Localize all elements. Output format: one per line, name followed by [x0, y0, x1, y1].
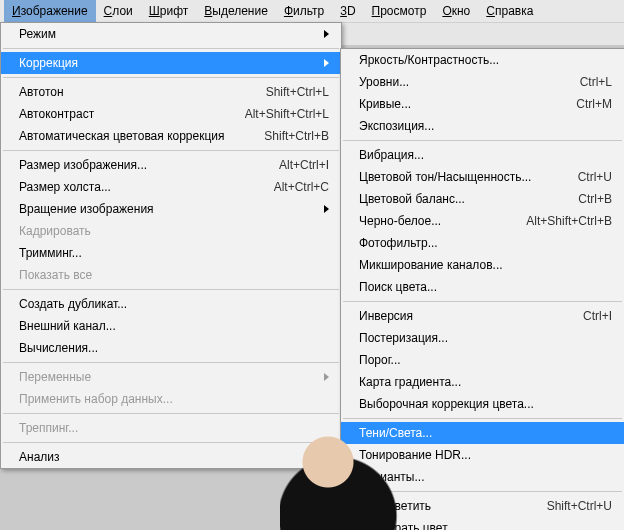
menu-item-shortcut: Shift+Ctrl+B [264, 129, 329, 143]
separator [3, 150, 339, 151]
image-menu-dropdown: РежимКоррекцияАвтотонShift+Ctrl+LАвтокон… [0, 22, 342, 469]
menu-label: Изображение [12, 4, 88, 18]
separator [343, 418, 622, 419]
menu-item-shortcut: Ctrl+I [583, 309, 612, 323]
menu-3d[interactable]: 3D [332, 0, 363, 22]
menu-справка[interactable]: Справка [478, 0, 541, 22]
adjustments-item-11[interactable]: Поиск цвета... [341, 276, 624, 298]
menu-item-shortcut: Alt+Shift+Ctrl+B [526, 214, 612, 228]
adjustments-item-16[interactable]: Карта градиента... [341, 371, 624, 393]
menu-item-label: Вибрация... [359, 148, 612, 162]
adjustments-item-17[interactable]: Выборочная коррекция цвета... [341, 393, 624, 415]
separator [343, 140, 622, 141]
menu-item-label: Переменные [19, 370, 316, 384]
image-menu-item-12[interactable]: Тримминг... [1, 242, 341, 264]
menu-item-label: Микширование каналов... [359, 258, 612, 272]
menu-изображение[interactable]: Изображение [4, 0, 96, 22]
menu-item-label: Цветовой баланс... [359, 192, 578, 206]
menu-слои[interactable]: Слои [96, 0, 141, 22]
menu-label: Выделение [204, 4, 268, 18]
menu-item-label: Поиск цвета... [359, 280, 612, 294]
adjustments-item-8[interactable]: Черно-белое...Alt+Shift+Ctrl+B [341, 210, 624, 232]
menu-item-shortcut: Ctrl+L [580, 75, 612, 89]
menu-item-shortcut: Shift+Ctrl+U [547, 499, 612, 513]
image-menu-item-15[interactable]: Создать дубликат... [1, 293, 341, 315]
image-menu-item-9[interactable]: Размер холста...Alt+Ctrl+C [1, 176, 341, 198]
menu-item-label: Вычисления... [19, 341, 329, 355]
separator [3, 77, 339, 78]
menu-item-shortcut: Ctrl+B [578, 192, 612, 206]
adjustments-item-2[interactable]: Кривые...Ctrl+M [341, 93, 624, 115]
menu-item-label: Вращение изображения [19, 202, 316, 216]
adjustments-item-9[interactable]: Фотофильтр... [341, 232, 624, 254]
menu-item-label: Карта градиента... [359, 375, 612, 389]
menu-выделение[interactable]: Выделение [196, 0, 276, 22]
adjustments-item-5[interactable]: Вибрация... [341, 144, 624, 166]
image-menu-item-6[interactable]: Автоматическая цветовая коррекцияShift+C… [1, 125, 341, 147]
adjustments-item-15[interactable]: Порог... [341, 349, 624, 371]
menu-item-label: Внешний канал... [19, 319, 329, 333]
menu-label: Окно [442, 4, 470, 18]
image-menu-item-2[interactable]: Коррекция [1, 52, 341, 74]
adjustments-item-7[interactable]: Цветовой баланс...Ctrl+B [341, 188, 624, 210]
adjustments-item-6[interactable]: Цветовой тон/Насыщенность...Ctrl+U [341, 166, 624, 188]
menu-фильтр[interactable]: Фильтр [276, 0, 332, 22]
image-menu-item-5[interactable]: АвтоконтрастAlt+Shift+Ctrl+L [1, 103, 341, 125]
menu-item-shortcut: Shift+Ctrl+L [266, 85, 329, 99]
menu-item-shortcut: Alt+Shift+Ctrl+L [245, 107, 329, 121]
image-menu-item-4[interactable]: АвтотонShift+Ctrl+L [1, 81, 341, 103]
menu-шрифт[interactable]: Шрифт [141, 0, 196, 22]
image-menu-item-19: Переменные [1, 366, 341, 388]
adjustments-item-3[interactable]: Экспозиция... [341, 115, 624, 137]
menu-просмотр[interactable]: Просмотр [364, 0, 435, 22]
menu-label: Просмотр [372, 4, 427, 18]
image-menu-item-16[interactable]: Внешний канал... [1, 315, 341, 337]
menu-item-label: Создать дубликат... [19, 297, 329, 311]
menu-item-label: Размер изображения... [19, 158, 279, 172]
image-menu-item-17[interactable]: Вычисления... [1, 337, 341, 359]
menu-item-label: Размер холста... [19, 180, 274, 194]
menu-item-label: Цветовой тон/Насыщенность... [359, 170, 578, 184]
menu-label: Фильтр [284, 4, 324, 18]
menu-label: 3D [340, 4, 355, 18]
menu-item-label: Яркость/Контрастность... [359, 53, 612, 67]
adjustments-item-0[interactable]: Яркость/Контрастность... [341, 49, 624, 71]
adjustments-item-10[interactable]: Микширование каналов... [341, 254, 624, 276]
image-menu-item-0[interactable]: Режим [1, 23, 341, 45]
menu-item-shortcut: Ctrl+M [576, 97, 612, 111]
separator [3, 48, 339, 49]
menu-окно[interactable]: Окно [434, 0, 478, 22]
menu-item-shortcut: Alt+Ctrl+I [279, 158, 329, 172]
menu-item-label: Коррекция [19, 56, 316, 70]
separator [3, 413, 339, 414]
menu-item-shortcut: Ctrl+U [578, 170, 612, 184]
image-menu-item-13: Показать все [1, 264, 341, 286]
image-menu-item-8[interactable]: Размер изображения...Alt+Ctrl+I [1, 154, 341, 176]
menu-item-label: Режим [19, 27, 316, 41]
menu-item-label: Тримминг... [19, 246, 329, 260]
adjustments-item-13[interactable]: ИнверсияCtrl+I [341, 305, 624, 327]
menu-item-label: Автоконтраст [19, 107, 245, 121]
menu-item-label: Применить набор данных... [19, 392, 329, 406]
menu-item-label: Уровни... [359, 75, 580, 89]
menu-item-label: Кривые... [359, 97, 576, 111]
menu-item-label: Фотофильтр... [359, 236, 612, 250]
adjustments-item-1[interactable]: Уровни...Ctrl+L [341, 71, 624, 93]
menu-item-label: Инверсия [359, 309, 583, 323]
menu-label: Слои [104, 4, 133, 18]
separator [343, 301, 622, 302]
menu-label: Шрифт [149, 4, 188, 18]
adjustments-item-14[interactable]: Постеризация... [341, 327, 624, 349]
menu-item-label: Автотон [19, 85, 266, 99]
menu-label: Справка [486, 4, 533, 18]
image-menu-item-11: Кадрировать [1, 220, 341, 242]
menu-item-label: Показать все [19, 268, 329, 282]
image-menu-item-20: Применить набор данных... [1, 388, 341, 410]
canvas-image [280, 432, 400, 530]
menu-item-label: Черно-белое... [359, 214, 526, 228]
menu-item-label: Автоматическая цветовая коррекция [19, 129, 264, 143]
menu-item-shortcut: Alt+Ctrl+C [274, 180, 329, 194]
image-menu-item-10[interactable]: Вращение изображения [1, 198, 341, 220]
menubar: ИзображениеСлоиШрифтВыделениеФильтр3DПро… [0, 0, 624, 23]
separator [3, 362, 339, 363]
